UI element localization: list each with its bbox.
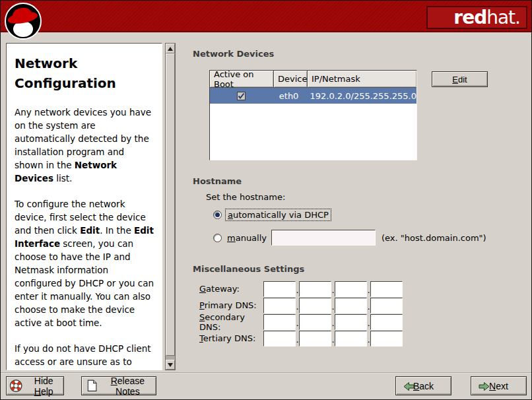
network-devices-section-label: Network Devices <box>193 49 274 59</box>
primary-dns-octet-2[interactable] <box>299 298 331 314</box>
help-scrollbar[interactable] <box>165 43 176 370</box>
radio-label-dhcp[interactable]: automatically via DHCP <box>225 209 331 221</box>
footer-separator <box>1 372 531 374</box>
primary-dns-octet-3[interactable] <box>335 298 367 314</box>
secondary-dns-octet-3[interactable] <box>335 314 367 330</box>
gateway-label: Gateway: <box>199 284 263 294</box>
hide-help-button[interactable]: Hide Help <box>6 376 64 395</box>
hostname-input[interactable] <box>271 230 376 246</box>
radio-option-dhcp[interactable]: automatically via DHCP <box>213 209 331 221</box>
back-label: Back <box>413 381 434 391</box>
lifebuoy-help-icon <box>9 379 22 393</box>
radio-dot <box>215 213 220 217</box>
header-banner: redhat. <box>1 1 531 32</box>
tertiary-dns-label: Tertiary DNS: <box>199 333 263 343</box>
triangle-down-icon <box>168 363 173 367</box>
help-text: Any network devices you have on the syst… <box>15 106 154 370</box>
primary-dns-octet-4[interactable] <box>370 298 403 314</box>
radio-button-manually[interactable] <box>213 234 222 242</box>
tertiary-dns-octet-1[interactable] <box>263 331 296 347</box>
secondary-dns-row: Secondary DNS: . . . <box>199 314 403 330</box>
back-button[interactable]: Back <box>395 376 451 395</box>
device-cell: eth0 <box>273 91 306 101</box>
help-panel: Network Configuration Any network device… <box>6 43 162 370</box>
document-icon <box>86 379 98 393</box>
hostname-example-hint: (ex. "host.domain.com") <box>382 233 486 243</box>
edit-button[interactable]: Edit <box>432 71 488 87</box>
release-notes-label: Release Notes <box>100 376 156 397</box>
primary-dns-octet-1[interactable] <box>263 298 296 314</box>
secondary-dns-label: Secondary DNS: <box>199 312 263 332</box>
tertiary-dns-octet-3[interactable] <box>335 331 367 347</box>
release-notes-button[interactable]: Release Notes <box>81 376 156 395</box>
column-header-active-on-boot[interactable]: Active on Boot <box>210 71 274 88</box>
gateway-octet-3[interactable] <box>335 281 367 297</box>
table-header-row: Active on Boot Device IP/Netmask <box>210 71 416 88</box>
radio-button-dhcp[interactable] <box>213 211 222 219</box>
gateway-row: Gateway: . . . <box>199 281 403 297</box>
scroll-up-button[interactable] <box>166 44 175 53</box>
column-header-ip-netmask[interactable]: IP/Netmask <box>308 71 416 88</box>
tertiary-dns-octet-4[interactable] <box>370 331 403 347</box>
scroll-down-button[interactable] <box>166 360 175 370</box>
misc-settings-section-label: Miscellaneous Settings <box>193 264 304 274</box>
checkmark-icon <box>238 92 245 100</box>
arrow-right-icon <box>479 382 490 391</box>
arrow-left-icon <box>403 382 415 391</box>
gateway-octet-1[interactable] <box>263 281 296 297</box>
gateway-octet-4[interactable] <box>370 281 403 297</box>
active-on-boot-checkbox[interactable] <box>237 92 246 100</box>
tertiary-dns-octet-2[interactable] <box>299 331 331 347</box>
network-devices-table: Active on Boot Device IP/Netmask eth0 19… <box>209 70 417 160</box>
secondary-dns-octet-1[interactable] <box>263 314 296 330</box>
help-title: Network Configuration <box>15 53 154 93</box>
ip-netmask-cell: 192.0.2.0/255.255.255.0 <box>305 91 416 101</box>
gateway-octet-2[interactable] <box>299 281 331 297</box>
scrollbar-thumb[interactable] <box>166 53 175 356</box>
wordmark-red: red <box>453 9 486 27</box>
radio-option-manually[interactable]: manually <box>213 232 269 244</box>
active-on-boot-cell <box>210 92 273 100</box>
primary-dns-row: Primary DNS: . . . <box>199 297 403 314</box>
wordmark-hat: hat. <box>486 9 520 27</box>
next-label: Next <box>489 381 508 391</box>
redhat-wordmark: redhat. <box>426 6 527 29</box>
triangle-up-icon <box>168 47 173 51</box>
tertiary-dns-row: Tertiary DNS: . . . <box>199 330 403 347</box>
installer-window: redhat. Network Configuration Any networ… <box>0 0 532 400</box>
next-button[interactable]: Next <box>471 376 527 395</box>
set-hostname-prompt: Set the hostname: <box>206 192 285 202</box>
secondary-dns-octet-4[interactable] <box>370 314 403 330</box>
table-row[interactable]: eth0 192.0.2.0/255.255.255.0 <box>210 88 416 104</box>
hostname-section-label: Hostname <box>193 176 242 186</box>
hide-help-label: Hide Help <box>24 376 63 397</box>
radio-label-manually[interactable]: manually <box>225 232 269 244</box>
redhat-shadowman-logo-icon <box>4 2 42 43</box>
primary-dns-label: Primary DNS: <box>199 300 263 310</box>
secondary-dns-octet-2[interactable] <box>299 314 331 330</box>
column-header-device[interactable]: Device <box>274 71 308 88</box>
